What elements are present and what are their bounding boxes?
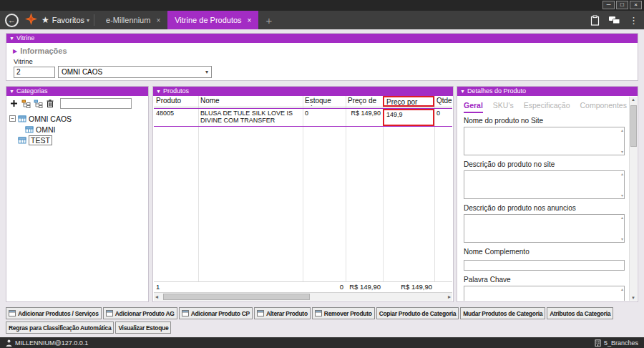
nome-site-textarea[interactable]: ▴ ▾ [464, 127, 625, 155]
cell-produto: 48005 [154, 109, 198, 126]
scroll-left-icon[interactable]: ◂ [155, 293, 158, 301]
detalhes-panel: ▼ Detalhes do Produto Geral SKU's Especi… [457, 86, 638, 302]
column-header-qtde[interactable]: Qtde ... [434, 96, 452, 107]
scrollbar-thumb[interactable] [163, 294, 310, 300]
tab-geral[interactable]: Geral [464, 101, 483, 113]
vitrine-select[interactable]: OMNI CAOS ▾ [58, 66, 212, 78]
descricao-anuncios-label: Descrição do produto nos anuncios [464, 204, 625, 212]
maximize-button[interactable]: □ [616, 1, 628, 9]
category-tree: − OMNI CAOS OMNI TEST [6, 110, 148, 145]
collapse-panel-icon[interactable]: ▼ [9, 87, 14, 96]
more-menu-icon[interactable]: ⋮ [629, 15, 638, 26]
tab-label: e-Millennium [106, 16, 150, 24]
new-tab-button[interactable]: + [265, 14, 272, 26]
tab-e-millennium[interactable]: e-Millennium × [99, 11, 167, 29]
tab-bar: ← ★ Favoritos ▾ e-Millennium × Vitrine d… [0, 11, 644, 29]
collapse-panel-icon[interactable]: ▼ [460, 87, 465, 96]
palavra-chave-label: Palavra Chave [464, 276, 625, 284]
nome-complemento-input[interactable] [464, 260, 625, 271]
descricao-site-label: Descrição do produto no site [464, 160, 625, 168]
tab-skus[interactable]: SKU's [493, 101, 514, 113]
collapse-panel-icon[interactable]: ▼ [9, 34, 14, 43]
produtos-panel-header: ▼ Produtos [153, 87, 453, 96]
collapse-nodes-icon[interactable] [34, 100, 43, 108]
visualizar-estoque-button[interactable]: Visualizar Estoque [115, 322, 171, 334]
grid-icon [9, 310, 16, 316]
category-search-input[interactable] [60, 98, 132, 109]
alterar-produto-button[interactable]: Alterar Produto [254, 307, 311, 319]
remover-produto-button[interactable]: Remover Produto [312, 307, 375, 319]
separator [94, 14, 94, 26]
column-header-nome[interactable]: Nome [198, 96, 303, 107]
tab-componentes[interactable]: Componentes [580, 101, 627, 113]
tree-item-omni[interactable]: OMNI [9, 124, 147, 135]
tree-item-test[interactable]: TEST [9, 135, 147, 145]
adicionar-produtos-servicos-button[interactable]: Adicionar Produtos / Serviços [6, 307, 102, 319]
palavra-chave-textarea[interactable]: ▴ ▾ [464, 286, 625, 301]
chevron-down-icon[interactable]: ▾ [87, 17, 89, 24]
minimize-button[interactable]: ─ [602, 1, 615, 9]
vitrine-panel-header: ▼ Vitrine [6, 34, 638, 43]
expander-arrow-icon[interactable]: ▶ [13, 48, 17, 54]
clipboard-icon[interactable] [590, 15, 600, 26]
scroll-down-icon[interactable]: ▼ [631, 296, 635, 300]
cell-nome: BLUSA DE TULE SILK LOVE IS DIVINE COM TR… [198, 109, 303, 126]
tree-item-omni-caos[interactable]: − OMNI CAOS [9, 113, 147, 124]
column-header-preco-por[interactable]: Preço por [383, 96, 434, 107]
informacoes-label: Informações [20, 47, 67, 55]
product-row[interactable]: 48005 BLUSA DE TULE SILK LOVE IS DIVINE … [154, 108, 452, 127]
favorites-menu[interactable]: Favoritos [52, 16, 84, 24]
category-table-icon [25, 125, 34, 134]
scroll-down-icon: ▾ [621, 193, 623, 198]
detalhes-fields: Nome do produto no Site ▴ ▾ Descrição do… [464, 115, 625, 301]
atributos-categoria-button[interactable]: Atributos da Categoria [547, 307, 613, 319]
nome-complemento-label: Nome Complemento [464, 248, 625, 256]
scrollbar-thumb[interactable] [630, 105, 637, 147]
status-branches: 5_Branches [595, 339, 638, 347]
building-icon [595, 339, 601, 347]
messages-icon[interactable] [608, 16, 620, 25]
collapse-node-box-icon[interactable]: − [9, 115, 16, 122]
tab-close-icon[interactable]: × [156, 16, 160, 24]
status-bar: MILLENNIUM@127.0.0.1 5_Branches [0, 337, 644, 348]
collapse-panel-icon[interactable]: ▼ [156, 87, 161, 96]
mudar-produtos-categoria-button[interactable]: Mudar Produtos de Categoria [460, 307, 545, 319]
back-button[interactable]: ← [5, 14, 19, 27]
adicionar-produto-cp-button[interactable]: Adicionar Produto CP [179, 307, 253, 319]
expand-nodes-icon[interactable] [21, 100, 31, 108]
column-header-preco-de[interactable]: Preço de [346, 96, 383, 107]
window-controls: ─ □ × [602, 1, 642, 9]
tab-vitrine-de-produtos[interactable]: Vitrine de Produtos × [167, 11, 258, 29]
status-branches-label: 5_Branches [604, 339, 638, 347]
summary-count: 1 [154, 282, 198, 291]
grid-icon [182, 310, 189, 316]
scroll-up-icon[interactable]: ▲ [631, 97, 635, 102]
summary-preco-por: R$ 149,90 [383, 282, 434, 291]
actions-row-1: Adicionar Produtos / Serviços Adicionar … [6, 307, 613, 319]
adicionar-produto-ag-button[interactable]: Adicionar Produto AG [103, 307, 177, 319]
scroll-up-icon: ▴ [621, 128, 623, 132]
back-arrow-icon: ← [8, 16, 16, 24]
vitrine-code-input[interactable] [14, 67, 55, 78]
column-header-produto[interactable]: Produto [154, 96, 198, 107]
actions-row-2: Regras para Classificação Automática Vis… [6, 322, 171, 334]
copiar-produto-categoria-button[interactable]: Copiar Produto de Categoria [376, 307, 459, 319]
grid-icon [106, 310, 113, 316]
regras-classificacao-button[interactable]: Regras para Classificação Automática [6, 322, 114, 334]
category-table-icon [18, 115, 26, 123]
delete-category-icon[interactable] [46, 99, 54, 108]
add-category-icon[interactable] [9, 99, 19, 108]
descricao-site-textarea[interactable]: ▴ ▾ [464, 170, 625, 199]
scroll-right-icon[interactable]: ▸ [448, 293, 451, 301]
descricao-anuncios-textarea[interactable]: ▴ ▾ [464, 214, 625, 243]
column-header-estoque-min[interactable]: Estoque min [303, 96, 346, 107]
status-user: MILLENNIUM@127.0.0.1 [6, 339, 88, 347]
vertical-scrollbar[interactable]: ▲ ▼ [629, 97, 637, 301]
tab-close-icon[interactable]: × [248, 16, 252, 24]
close-button[interactable]: × [630, 1, 642, 9]
tab-especificacao[interactable]: Especificação [524, 101, 570, 113]
status-user-label: MILLENNIUM@127.0.0.1 [15, 339, 88, 347]
horizontal-scrollbar[interactable]: ◂ ▸ [154, 292, 452, 301]
produtos-panel-title: Produtos [163, 87, 189, 96]
produtos-panel: ▼ Produtos Produto Nome Estoque min Preç… [152, 86, 454, 302]
